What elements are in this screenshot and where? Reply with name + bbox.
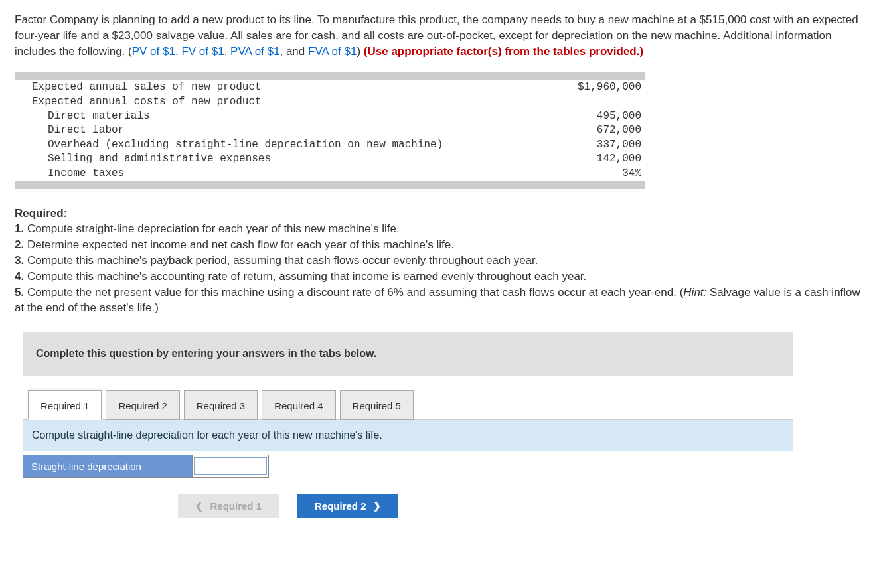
- tab-required-2[interactable]: Required 2: [106, 390, 179, 420]
- tab-required-3[interactable]: Required 3: [184, 390, 258, 420]
- pv-of-1-link[interactable]: PV of $1: [132, 45, 175, 58]
- row-overhead-value: 337,000: [556, 138, 645, 153]
- required-heading: Required:: [15, 206, 860, 222]
- row-annual-costs-label: Expected annual costs of new product: [15, 95, 556, 110]
- chevron-right-icon: ❯: [373, 500, 381, 511]
- row-annual-sales-label: Expected annual sales of new product: [15, 80, 556, 95]
- answer-table: Straight-line depreciation: [23, 455, 269, 478]
- prev-tab-button: ❮ Required 1: [178, 494, 279, 518]
- row-selling-admin-label: Selling and administrative expenses: [15, 152, 556, 167]
- hint-label: Hint:: [683, 286, 706, 299]
- red-note: (Use appropriate factor(s) from the tabl…: [364, 45, 643, 58]
- required-section: Required: 1. Compute straight-line depre…: [15, 206, 860, 317]
- required-item-2: 2. Determine expected net income and net…: [15, 237, 860, 253]
- nav-buttons: ❮ Required 1 Required 2 ❯: [23, 494, 554, 518]
- tab-required-1[interactable]: Required 1: [28, 390, 102, 420]
- required-item-1: 1. Compute straight-line depreciation fo…: [15, 221, 860, 237]
- tab-required-4[interactable]: Required 4: [262, 390, 335, 420]
- row-income-taxes-value: 34%: [556, 167, 645, 181]
- answer-input-cell: [193, 455, 269, 477]
- row-direct-labor-value: 672,000: [556, 123, 645, 138]
- answer-area: Complete this question by entering your …: [23, 332, 793, 518]
- next-tab-label: Required 2: [315, 500, 366, 512]
- row-direct-materials-value: 495,000: [556, 110, 645, 124]
- required-item-4: 4. Compute this machine's accounting rat…: [15, 269, 860, 285]
- row-income-taxes-label: Income taxes: [15, 167, 556, 181]
- row-overhead-label: Overhead (excluding straight-line deprec…: [15, 138, 556, 153]
- required-item-3: 3. Compute this machine's payback period…: [15, 253, 860, 269]
- row-selling-admin-value: 142,000: [556, 152, 645, 167]
- tabs-instruction: Complete this question by entering your …: [23, 332, 793, 376]
- tab-sub-instruction: Compute straight-line depreciation for e…: [23, 420, 793, 451]
- problem-statement: Factor Company is planning to add a new …: [15, 12, 860, 59]
- chevron-left-icon: ❮: [195, 500, 203, 511]
- tabs-row: Required 1 Required 2 Required 3 Require…: [23, 376, 793, 419]
- pva-of-1-link[interactable]: PVA of $1: [230, 45, 279, 58]
- data-table: Expected annual sales of new product$1,9…: [15, 72, 645, 188]
- table-bottom-bar: [15, 181, 645, 189]
- table-top-bar: [15, 72, 645, 80]
- depreciation-input[interactable]: [194, 457, 267, 475]
- fv-of-1-link[interactable]: FV of $1: [181, 45, 224, 58]
- prev-tab-label: Required 1: [210, 500, 262, 512]
- required-item-5: 5. Compute the net present value for thi…: [15, 285, 860, 317]
- fva-of-1-link[interactable]: FVA of $1: [308, 45, 357, 58]
- tab-required-5[interactable]: Required 5: [340, 390, 414, 420]
- row-annual-sales-value: $1,960,000: [556, 80, 645, 95]
- answer-row-label: Straight-line depreciation: [23, 455, 193, 477]
- row-direct-materials-label: Direct materials: [15, 110, 556, 124]
- next-tab-button[interactable]: Required 2 ❯: [297, 494, 398, 518]
- row-direct-labor-label: Direct labor: [15, 123, 556, 138]
